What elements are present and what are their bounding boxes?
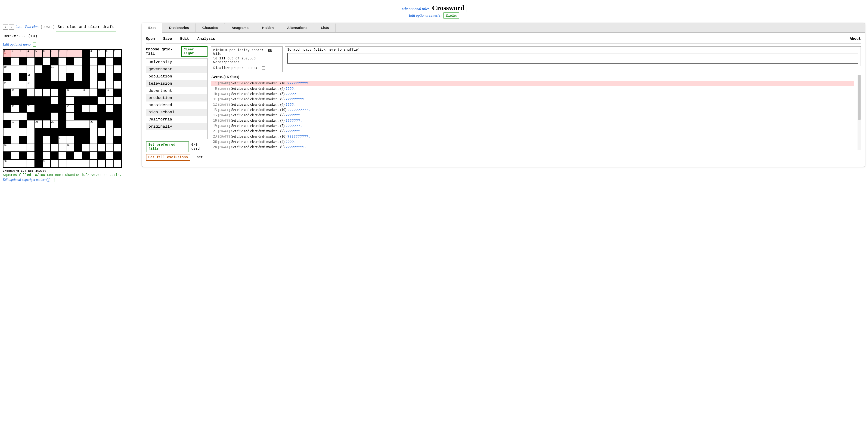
- grid-cell[interactable]: [58, 73, 66, 81]
- scratch-pad[interactable]: Scratch pad: (click here to shuffle): [285, 46, 861, 66]
- fill-list[interactable]: universitygovernmentpopulationtelevision…: [146, 58, 208, 139]
- grid-cell[interactable]: [58, 152, 66, 160]
- grid-cell[interactable]: [66, 112, 74, 120]
- menu-about[interactable]: About: [850, 37, 861, 41]
- grid-cell[interactable]: 6: [90, 50, 98, 57]
- grid-cell[interactable]: [82, 120, 90, 128]
- grid-cell[interactable]: [74, 97, 82, 104]
- clue-row[interactable]: 10 [DRAFT] Set clue and clear draft mark…: [211, 91, 854, 97]
- tab-alternations[interactable]: Alternations: [281, 23, 314, 32]
- grid-cell[interactable]: [27, 97, 35, 104]
- popularity-input[interactable]: 80: [266, 48, 272, 52]
- grid-cell[interactable]: 3: [19, 50, 27, 57]
- grid-cell[interactable]: [27, 89, 35, 97]
- clue-text-input[interactable]: Set clue and clear draft: [56, 23, 116, 31]
- tab-exet[interactable]: Exet: [142, 23, 162, 33]
- grid-cell[interactable]: 10: [3, 65, 11, 73]
- grid-cell[interactable]: [90, 89, 98, 97]
- grid-cell[interactable]: [105, 128, 113, 136]
- grid-cell[interactable]: [74, 73, 82, 81]
- fill-option[interactable]: government: [146, 66, 207, 73]
- grid-cell[interactable]: [19, 73, 27, 81]
- grid-cell[interactable]: 18: [105, 89, 113, 97]
- grid-cell[interactable]: 19: [11, 104, 19, 112]
- clue-row[interactable]: 26 [DRAFT] Set clue and clear draft mark…: [211, 139, 854, 144]
- grid-cell[interactable]: [74, 144, 82, 152]
- grid-cell[interactable]: [42, 57, 51, 65]
- grid-cell[interactable]: [19, 89, 27, 97]
- grid-cell[interactable]: [58, 120, 66, 128]
- grid-cell[interactable]: [58, 160, 66, 167]
- clue-row[interactable]: 19 [DRAFT] Set clue and clear draft mark…: [211, 123, 854, 129]
- crossword-grid[interactable]: 1234567896789101112131414151617181920212…: [3, 49, 122, 168]
- grid-cell[interactable]: [82, 144, 90, 152]
- clue-row[interactable]: 16 [DRAFT] Set clue and clear draft mark…: [211, 118, 854, 123]
- grid-cell[interactable]: [51, 57, 58, 65]
- grid-cell[interactable]: [58, 104, 66, 112]
- fill-option[interactable]: population: [146, 73, 207, 80]
- grid-cell[interactable]: [3, 120, 11, 128]
- grid-cell[interactable]: [27, 152, 35, 160]
- grid-cell[interactable]: 7: [98, 50, 105, 57]
- grid-cell[interactable]: [74, 57, 82, 65]
- grid-cell[interactable]: [105, 81, 113, 89]
- grid-cell[interactable]: [90, 112, 98, 120]
- grid-cell[interactable]: 2: [11, 50, 19, 57]
- grid-cell[interactable]: [51, 152, 58, 160]
- grid-cell[interactable]: [19, 160, 27, 167]
- grid-cell[interactable]: [113, 57, 121, 65]
- grid-cell[interactable]: 31: [42, 160, 51, 167]
- grid-cell[interactable]: [58, 112, 66, 120]
- grid-cell[interactable]: 20: [27, 104, 35, 112]
- grid-cell[interactable]: [113, 89, 121, 97]
- grid-cell[interactable]: [27, 112, 35, 120]
- grid-cell[interactable]: [90, 136, 98, 144]
- grid-cell[interactable]: [74, 136, 82, 144]
- grid-cell[interactable]: [113, 112, 121, 120]
- disallow-proper-checkbox[interactable]: [262, 66, 265, 70]
- grid-cell[interactable]: [66, 128, 74, 136]
- setter-input[interactable]: Exetter: [443, 12, 459, 19]
- grid-cell[interactable]: [90, 57, 98, 65]
- grid-cell[interactable]: [113, 65, 121, 73]
- grid-cell[interactable]: [66, 120, 74, 128]
- grid-cell[interactable]: [74, 128, 82, 136]
- grid-cell[interactable]: [51, 136, 58, 144]
- grid-cell[interactable]: [66, 152, 74, 160]
- grid-cell[interactable]: [105, 57, 113, 65]
- clue-row[interactable]: 11 [DRAFT] Set clue and clear draft mark…: [211, 97, 854, 102]
- grid-cell[interactable]: [11, 97, 19, 104]
- grid-cell[interactable]: 12: [3, 73, 11, 81]
- clue-row[interactable]: 13 [DRAFT] Set clue and clear draft mark…: [211, 107, 854, 112]
- grid-cell[interactable]: [90, 152, 98, 160]
- grid-cell[interactable]: [11, 57, 19, 65]
- grid-cell[interactable]: [90, 81, 98, 89]
- grid-cell[interactable]: 25: [51, 120, 58, 128]
- grid-cell[interactable]: [66, 136, 74, 144]
- grid-cell[interactable]: [98, 128, 105, 136]
- fill-option[interactable]: university: [146, 59, 207, 66]
- grid-cell[interactable]: [51, 97, 58, 104]
- grid-cell[interactable]: [98, 73, 105, 81]
- fill-option[interactable]: California: [146, 116, 207, 123]
- grid-cell[interactable]: 8: [105, 50, 113, 57]
- clue-row[interactable]: 23 [DRAFT] Set clue and clear draft mark…: [211, 134, 854, 139]
- grid-cell[interactable]: [3, 89, 11, 97]
- grid-cell[interactable]: [3, 128, 11, 136]
- clue-row[interactable]: 12 [DRAFT] Set clue and clear draft mark…: [211, 102, 854, 107]
- grid-cell[interactable]: [42, 89, 51, 97]
- grid-cell[interactable]: [74, 112, 82, 120]
- grid-cell[interactable]: [3, 112, 11, 120]
- grid-cell[interactable]: [113, 97, 121, 104]
- grid-cell[interactable]: [105, 104, 113, 112]
- grid-cell[interactable]: [42, 81, 51, 89]
- grid-cell[interactable]: [98, 120, 105, 128]
- grid-cell[interactable]: [27, 65, 35, 73]
- grid-cell[interactable]: [35, 89, 42, 97]
- grid-cell[interactable]: [11, 160, 19, 167]
- grid-cell[interactable]: [98, 65, 105, 73]
- tab-charades[interactable]: Charades: [196, 23, 225, 32]
- grid-cell[interactable]: 1: [3, 50, 11, 57]
- grid-cell[interactable]: 24: [35, 120, 42, 128]
- menu-open[interactable]: Open: [146, 37, 155, 41]
